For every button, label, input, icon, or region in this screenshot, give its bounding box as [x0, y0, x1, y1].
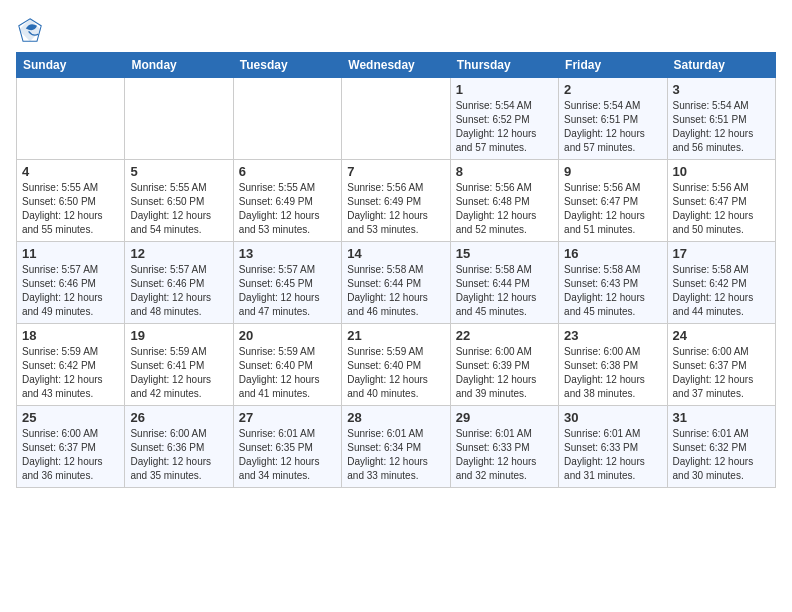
day-info: Sunrise: 5:56 AM Sunset: 6:48 PM Dayligh… — [456, 181, 553, 237]
calendar-cell: 24Sunrise: 6:00 AM Sunset: 6:37 PM Dayli… — [667, 324, 775, 406]
header-day-tuesday: Tuesday — [233, 53, 341, 78]
calendar-cell: 30Sunrise: 6:01 AM Sunset: 6:33 PM Dayli… — [559, 406, 667, 488]
day-number: 3 — [673, 82, 770, 97]
calendar-cell: 20Sunrise: 5:59 AM Sunset: 6:40 PM Dayli… — [233, 324, 341, 406]
day-number: 16 — [564, 246, 661, 261]
calendar-cell: 6Sunrise: 5:55 AM Sunset: 6:49 PM Daylig… — [233, 160, 341, 242]
day-number: 9 — [564, 164, 661, 179]
calendar-cell: 16Sunrise: 5:58 AM Sunset: 6:43 PM Dayli… — [559, 242, 667, 324]
day-info: Sunrise: 5:58 AM Sunset: 6:44 PM Dayligh… — [347, 263, 444, 319]
header-day-wednesday: Wednesday — [342, 53, 450, 78]
calendar-cell — [233, 78, 341, 160]
calendar-cell: 1Sunrise: 5:54 AM Sunset: 6:52 PM Daylig… — [450, 78, 558, 160]
day-number: 11 — [22, 246, 119, 261]
day-info: Sunrise: 5:59 AM Sunset: 6:40 PM Dayligh… — [239, 345, 336, 401]
day-number: 10 — [673, 164, 770, 179]
week-row-5: 25Sunrise: 6:00 AM Sunset: 6:37 PM Dayli… — [17, 406, 776, 488]
day-info: Sunrise: 5:55 AM Sunset: 6:49 PM Dayligh… — [239, 181, 336, 237]
day-info: Sunrise: 5:58 AM Sunset: 6:43 PM Dayligh… — [564, 263, 661, 319]
day-info: Sunrise: 6:01 AM Sunset: 6:33 PM Dayligh… — [456, 427, 553, 483]
day-info: Sunrise: 5:58 AM Sunset: 6:44 PM Dayligh… — [456, 263, 553, 319]
calendar-table: SundayMondayTuesdayWednesdayThursdayFrid… — [16, 52, 776, 488]
day-info: Sunrise: 5:54 AM Sunset: 6:52 PM Dayligh… — [456, 99, 553, 155]
calendar-body: 1Sunrise: 5:54 AM Sunset: 6:52 PM Daylig… — [17, 78, 776, 488]
calendar-header: SundayMondayTuesdayWednesdayThursdayFrid… — [17, 53, 776, 78]
calendar-cell: 8Sunrise: 5:56 AM Sunset: 6:48 PM Daylig… — [450, 160, 558, 242]
calendar-cell: 13Sunrise: 5:57 AM Sunset: 6:45 PM Dayli… — [233, 242, 341, 324]
day-number: 5 — [130, 164, 227, 179]
calendar-cell: 3Sunrise: 5:54 AM Sunset: 6:51 PM Daylig… — [667, 78, 775, 160]
day-info: Sunrise: 5:55 AM Sunset: 6:50 PM Dayligh… — [22, 181, 119, 237]
header-day-friday: Friday — [559, 53, 667, 78]
day-info: Sunrise: 5:59 AM Sunset: 6:41 PM Dayligh… — [130, 345, 227, 401]
day-info: Sunrise: 5:56 AM Sunset: 6:49 PM Dayligh… — [347, 181, 444, 237]
day-info: Sunrise: 6:00 AM Sunset: 6:39 PM Dayligh… — [456, 345, 553, 401]
calendar-cell: 28Sunrise: 6:01 AM Sunset: 6:34 PM Dayli… — [342, 406, 450, 488]
logo — [16, 16, 48, 44]
calendar-cell: 18Sunrise: 5:59 AM Sunset: 6:42 PM Dayli… — [17, 324, 125, 406]
calendar-cell: 7Sunrise: 5:56 AM Sunset: 6:49 PM Daylig… — [342, 160, 450, 242]
calendar-cell: 26Sunrise: 6:00 AM Sunset: 6:36 PM Dayli… — [125, 406, 233, 488]
calendar-cell: 29Sunrise: 6:01 AM Sunset: 6:33 PM Dayli… — [450, 406, 558, 488]
day-info: Sunrise: 5:54 AM Sunset: 6:51 PM Dayligh… — [564, 99, 661, 155]
week-row-1: 1Sunrise: 5:54 AM Sunset: 6:52 PM Daylig… — [17, 78, 776, 160]
day-number: 26 — [130, 410, 227, 425]
day-number: 25 — [22, 410, 119, 425]
day-info: Sunrise: 6:00 AM Sunset: 6:36 PM Dayligh… — [130, 427, 227, 483]
day-info: Sunrise: 5:56 AM Sunset: 6:47 PM Dayligh… — [564, 181, 661, 237]
day-info: Sunrise: 6:00 AM Sunset: 6:37 PM Dayligh… — [673, 345, 770, 401]
day-number: 31 — [673, 410, 770, 425]
day-number: 28 — [347, 410, 444, 425]
day-number: 8 — [456, 164, 553, 179]
day-number: 21 — [347, 328, 444, 343]
day-number: 30 — [564, 410, 661, 425]
day-number: 12 — [130, 246, 227, 261]
day-info: Sunrise: 6:01 AM Sunset: 6:32 PM Dayligh… — [673, 427, 770, 483]
calendar-cell: 25Sunrise: 6:00 AM Sunset: 6:37 PM Dayli… — [17, 406, 125, 488]
logo-icon — [16, 16, 44, 44]
day-number: 24 — [673, 328, 770, 343]
day-info: Sunrise: 5:57 AM Sunset: 6:45 PM Dayligh… — [239, 263, 336, 319]
day-number: 13 — [239, 246, 336, 261]
calendar-cell: 15Sunrise: 5:58 AM Sunset: 6:44 PM Dayli… — [450, 242, 558, 324]
day-info: Sunrise: 5:58 AM Sunset: 6:42 PM Dayligh… — [673, 263, 770, 319]
header-row: SundayMondayTuesdayWednesdayThursdayFrid… — [17, 53, 776, 78]
day-number: 7 — [347, 164, 444, 179]
calendar-cell: 17Sunrise: 5:58 AM Sunset: 6:42 PM Dayli… — [667, 242, 775, 324]
calendar-cell: 27Sunrise: 6:01 AM Sunset: 6:35 PM Dayli… — [233, 406, 341, 488]
header-day-thursday: Thursday — [450, 53, 558, 78]
day-number: 14 — [347, 246, 444, 261]
calendar-cell — [342, 78, 450, 160]
day-info: Sunrise: 5:57 AM Sunset: 6:46 PM Dayligh… — [130, 263, 227, 319]
day-info: Sunrise: 5:59 AM Sunset: 6:42 PM Dayligh… — [22, 345, 119, 401]
week-row-3: 11Sunrise: 5:57 AM Sunset: 6:46 PM Dayli… — [17, 242, 776, 324]
day-number: 17 — [673, 246, 770, 261]
day-number: 20 — [239, 328, 336, 343]
week-row-2: 4Sunrise: 5:55 AM Sunset: 6:50 PM Daylig… — [17, 160, 776, 242]
calendar-cell: 10Sunrise: 5:56 AM Sunset: 6:47 PM Dayli… — [667, 160, 775, 242]
day-info: Sunrise: 5:55 AM Sunset: 6:50 PM Dayligh… — [130, 181, 227, 237]
header-day-sunday: Sunday — [17, 53, 125, 78]
day-number: 27 — [239, 410, 336, 425]
calendar-cell: 2Sunrise: 5:54 AM Sunset: 6:51 PM Daylig… — [559, 78, 667, 160]
calendar-cell: 22Sunrise: 6:00 AM Sunset: 6:39 PM Dayli… — [450, 324, 558, 406]
day-number: 22 — [456, 328, 553, 343]
calendar-cell: 9Sunrise: 5:56 AM Sunset: 6:47 PM Daylig… — [559, 160, 667, 242]
header-day-monday: Monday — [125, 53, 233, 78]
calendar-cell — [17, 78, 125, 160]
page-header — [16, 16, 776, 44]
day-info: Sunrise: 6:01 AM Sunset: 6:33 PM Dayligh… — [564, 427, 661, 483]
day-info: Sunrise: 6:01 AM Sunset: 6:34 PM Dayligh… — [347, 427, 444, 483]
day-number: 29 — [456, 410, 553, 425]
day-info: Sunrise: 5:54 AM Sunset: 6:51 PM Dayligh… — [673, 99, 770, 155]
day-number: 19 — [130, 328, 227, 343]
calendar-cell: 19Sunrise: 5:59 AM Sunset: 6:41 PM Dayli… — [125, 324, 233, 406]
calendar-cell: 12Sunrise: 5:57 AM Sunset: 6:46 PM Dayli… — [125, 242, 233, 324]
day-info: Sunrise: 6:00 AM Sunset: 6:38 PM Dayligh… — [564, 345, 661, 401]
day-number: 23 — [564, 328, 661, 343]
day-number: 18 — [22, 328, 119, 343]
calendar-cell: 4Sunrise: 5:55 AM Sunset: 6:50 PM Daylig… — [17, 160, 125, 242]
day-info: Sunrise: 6:00 AM Sunset: 6:37 PM Dayligh… — [22, 427, 119, 483]
day-info: Sunrise: 5:57 AM Sunset: 6:46 PM Dayligh… — [22, 263, 119, 319]
day-number: 1 — [456, 82, 553, 97]
